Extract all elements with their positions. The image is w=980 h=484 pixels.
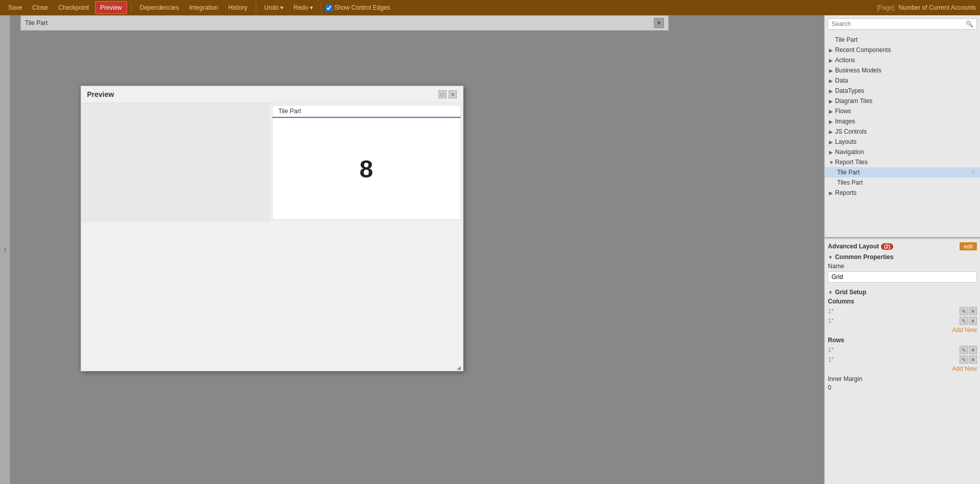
tree-arrow-diagram-tiles: ▶ [829,98,835,104]
close-button[interactable]: Close [28,1,52,14]
rows-section: Rows 1* ✎ ✕ 1* ✎ ✕ Add New [828,337,977,372]
tree-arrow-report-tiles: ▼ [829,160,835,165]
tree-label-actions: Actions [835,57,976,64]
grid-setup-label: Grid Setup [835,289,866,296]
column-edit-btn-2[interactable]: ✎ [960,317,968,325]
row-delete-btn-2[interactable]: ✕ [969,355,977,364]
search-icon[interactable]: 🔍 [966,20,973,28]
canvas-area: Tile Part + Preview □ ✕ [10,15,824,484]
checkpoint-button[interactable]: Checkpoint [54,1,93,14]
preview-modal: Preview □ ✕ Tile Part 8 [81,86,463,371]
column-row-1: 1* ✎ ✕ [828,307,977,315]
undo-dropdown[interactable]: Undo▾ [260,1,288,14]
modal-minimize-button[interactable]: □ [438,90,447,98]
tree-item-navigation[interactable]: ▶ Navigation [825,147,980,157]
add-new-rows-button[interactable]: Add New [828,365,977,372]
column-value-2: 1* [828,317,958,324]
name-field-input[interactable] [828,271,977,283]
tree-item-tile-part-top[interactable]: Tile Part [825,35,980,45]
toolbar-separator-3 [321,3,322,13]
column-delete-btn-1[interactable]: ✕ [969,307,977,315]
toolbar: Save Close Checkpoint Preview Dependenci… [0,0,980,15]
tree-label-report-tiles: Report Tiles [835,159,976,166]
tree-arrow-data: ▶ [829,78,835,84]
modal-body: Tile Part 8 [81,103,463,222]
tile-part-star-icon[interactable]: ☆ [970,169,976,176]
column-delete-btn-2[interactable]: ✕ [969,317,977,325]
tree-label-flows: Flows [835,108,976,115]
show-control-edges-toggle[interactable]: Show Control Edges [326,4,390,11]
advanced-layout-title: Advanced Layout (2) [828,243,893,250]
grid-setup-header[interactable]: ▼ Grid Setup [828,289,977,296]
tree-item-images[interactable]: ▶ Images [825,116,980,126]
edit-button[interactable]: edit [960,242,977,250]
modal-tile-part-tab[interactable]: Tile Part [272,105,461,118]
tree-arrow-layouts: ▶ [829,139,835,145]
save-button[interactable]: Save [4,1,26,14]
common-properties-label: Common Properties [835,253,894,261]
modal-resize-handle[interactable]: ◢ [457,365,463,371]
row-delete-btn-1[interactable]: ✕ [969,346,977,354]
modal-titlebar: Preview □ ✕ [81,86,463,103]
tree-arrow-recent: ▶ [829,47,835,53]
search-input[interactable] [831,20,966,28]
tree-item-report-tiles[interactable]: ▼ Report Tiles [825,157,980,167]
tree-item-layouts[interactable]: ▶ Layouts [825,137,980,147]
advanced-layout-header: Advanced Layout (2) edit [828,242,977,250]
left-ruler: ℹ [0,15,10,484]
row-edit-btn-2[interactable]: ✎ [960,355,968,364]
rows-header: Rows [828,337,977,344]
toolbar-separator-1 [131,3,132,13]
common-properties-arrow: ▼ [828,254,833,260]
row-row-2: 1* ✎ ✕ [828,355,977,364]
tree-subitem-tile-part[interactable]: Tile Part ☆ [825,167,980,177]
column-controls-2: ✎ ✕ [960,317,977,325]
tree-item-diagram-tiles[interactable]: ▶ Diagram Tiles [825,96,980,106]
modal-title: Preview [87,90,114,98]
column-value-1: 1* [828,308,958,315]
properties-section: Advanced Layout (2) edit ▼ Common Proper… [825,239,980,484]
column-row-2: 1* ✎ ✕ [828,317,977,325]
history-button[interactable]: History [224,1,251,14]
add-new-columns-button[interactable]: Add New [828,326,977,334]
column-edit-btn-1[interactable]: ✎ [960,307,968,315]
tree-label-business-models: Business Models [835,67,976,74]
page-title: Number of Current Accounts [899,4,976,11]
tree-item-datatypes[interactable]: ▶ DataTypes [825,86,980,96]
tree-item-reports[interactable]: ▶ Reports [825,188,980,198]
row-controls-1: ✎ ✕ [960,346,977,354]
tree-item-data[interactable]: ▶ Data [825,75,980,86]
tree-arrow-actions: ▶ [829,58,835,63]
tree-item-flows[interactable]: ▶ Flows [825,106,980,116]
integration-button[interactable]: Integration [185,1,223,14]
tree-container: Tile Part ▶ Recent Components ▶ Actions … [825,33,980,237]
page-label: [Page] [877,4,895,11]
tree-item-business-models[interactable]: ▶ Business Models [825,65,980,75]
tree-item-recent-components[interactable]: ▶ Recent Components [825,45,980,55]
name-field-label: Name [828,263,977,270]
tree-label-datatypes: DataTypes [835,87,976,94]
redo-dropdown[interactable]: Redo▾ [289,1,317,14]
dependencies-button[interactable]: Dependencies [136,1,183,14]
tree-label-js-controls: JS Controls [835,128,976,135]
inner-margin-container: Inner Margin 0 [828,375,977,391]
modal-close-button[interactable]: ✕ [449,90,457,98]
preview-button[interactable]: Preview [95,1,127,14]
tree-label-tiles-part: Tiles Part [837,179,976,186]
modal-number: 8 [359,155,373,183]
modal-right-content: Tile Part 8 [270,103,463,222]
modal-content-area: 8 [272,118,461,220]
tile-part-add-button[interactable]: + [654,18,664,28]
modal-overlay: Preview □ ✕ Tile Part 8 [31,50,513,484]
tree-item-actions[interactable]: ▶ Actions [825,55,980,65]
row-edit-btn-1[interactable]: ✎ [960,346,968,354]
inner-canvas[interactable]: Preview □ ✕ Tile Part 8 [20,33,669,484]
grid-setup-arrow: ▼ [828,290,833,295]
inner-margin-label: Inner Margin [828,375,977,383]
tree-label-diagram-tiles: Diagram Tiles [835,97,976,105]
tile-part-header-bar: Tile Part + [20,15,669,31]
tree-item-js-controls[interactable]: ▶ JS Controls [825,126,980,137]
common-properties-header[interactable]: ▼ Common Properties [828,253,977,261]
tree-label-tile-part-top: Tile Part [835,36,976,43]
tree-subitem-tiles-part[interactable]: Tiles Part [825,177,980,188]
